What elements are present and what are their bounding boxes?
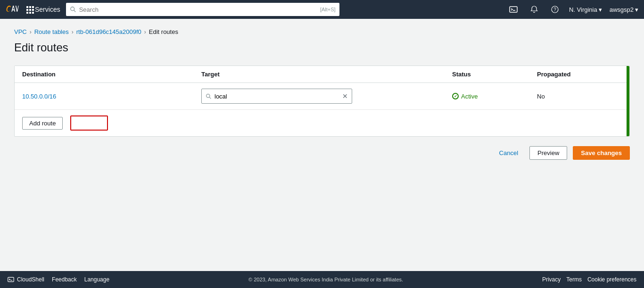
footer-left: CloudShell Feedback Language bbox=[8, 276, 109, 283]
breadcrumb-sep-1: › bbox=[30, 29, 32, 35]
cancel-button[interactable]: Cancel bbox=[494, 147, 524, 159]
footer-right: Privacy Terms Cookie preferences bbox=[542, 276, 636, 283]
col-status: Status bbox=[452, 71, 537, 78]
propagated-cell: No bbox=[537, 93, 622, 100]
cloudshell-label: CloudShell bbox=[17, 276, 44, 283]
account-chevron: ▾ bbox=[635, 6, 638, 13]
svg-rect-2 bbox=[510, 7, 517, 12]
terms-link[interactable]: Terms bbox=[566, 276, 582, 283]
svg-point-0 bbox=[70, 7, 74, 11]
footer: CloudShell Feedback Language © 2023, Ama… bbox=[0, 271, 644, 288]
nav-right: ? N. Virginia ▾ awsgsp2 ▾ bbox=[507, 3, 638, 16]
footer-cloudshell[interactable]: CloudShell bbox=[8, 276, 44, 283]
col-propagated: Propagated bbox=[537, 71, 622, 78]
feedback-button[interactable]: Feedback bbox=[52, 276, 77, 283]
account-menu[interactable]: awsgsp2 ▾ bbox=[610, 6, 638, 13]
services-label: Services bbox=[35, 6, 60, 13]
col-destination: Destination bbox=[22, 71, 201, 78]
content-area: VPC › Route tables › rtb-061d96c145a2009… bbox=[0, 19, 644, 271]
preview-button[interactable]: Preview bbox=[529, 146, 567, 160]
status-cell: Active bbox=[452, 93, 537, 100]
page-title: Edit routes bbox=[14, 41, 630, 54]
target-input-wrapper: ✕ bbox=[201, 89, 352, 104]
red-outline-placeholder bbox=[70, 115, 108, 131]
top-navigation: Services [Alt+S] bbox=[0, 0, 644, 19]
footer-copyright: © 2023, Amazon Web Services India Privat… bbox=[109, 277, 542, 282]
footer-cloudshell-icon bbox=[8, 276, 14, 283]
status-label: Active bbox=[461, 93, 478, 100]
privacy-link[interactable]: Privacy bbox=[542, 276, 561, 283]
search-icon bbox=[70, 6, 76, 13]
svg-point-6 bbox=[206, 94, 210, 97]
target-cell: ✕ bbox=[201, 89, 452, 104]
add-route-button[interactable]: Add route bbox=[22, 117, 63, 130]
search-bar: [Alt+S] bbox=[66, 3, 339, 16]
breadcrumb: VPC › Route tables › rtb-061d96c145a2009… bbox=[14, 28, 630, 35]
breadcrumb-rtb[interactable]: rtb-061d96c145a2009f0 bbox=[76, 28, 141, 35]
search-shortcut: [Alt+S] bbox=[320, 7, 336, 12]
status-active: Active bbox=[452, 93, 537, 100]
region-label: N. Virginia bbox=[569, 6, 597, 13]
cloudshell-nav-button[interactable] bbox=[507, 3, 520, 16]
add-route-row: Add route bbox=[15, 110, 629, 136]
breadcrumb-sep-2: › bbox=[72, 29, 74, 35]
aws-logo[interactable] bbox=[6, 4, 21, 15]
action-buttons: Cancel Preview Save changes bbox=[14, 146, 630, 169]
language-button[interactable]: Language bbox=[84, 276, 109, 283]
routes-table-card: Destination Target Status Propagated 10.… bbox=[14, 66, 630, 137]
breadcrumb-vpc[interactable]: VPC bbox=[14, 28, 27, 35]
breadcrumb-current: Edit routes bbox=[149, 28, 178, 35]
target-search-icon bbox=[206, 93, 212, 99]
account-label: awsgsp2 bbox=[610, 6, 634, 13]
save-changes-button[interactable]: Save changes bbox=[573, 146, 630, 160]
services-menu-button[interactable]: Services bbox=[26, 6, 60, 13]
help-button[interactable]: ? bbox=[548, 3, 561, 16]
svg-line-7 bbox=[209, 97, 211, 99]
status-active-icon bbox=[452, 93, 459, 99]
breadcrumb-route-tables[interactable]: Route tables bbox=[34, 28, 69, 35]
table-row: 10.50.0.0/16 ✕ Active No bbox=[15, 83, 629, 110]
col-target: Target bbox=[201, 71, 452, 78]
svg-text:?: ? bbox=[553, 7, 556, 12]
grid-icon bbox=[26, 6, 33, 13]
search-input[interactable] bbox=[79, 6, 317, 13]
target-clear-button[interactable]: ✕ bbox=[342, 92, 348, 100]
svg-line-1 bbox=[74, 10, 75, 12]
svg-rect-8 bbox=[8, 277, 14, 281]
region-chevron: ▾ bbox=[599, 6, 602, 13]
destination-cell: 10.50.0.0/16 bbox=[22, 93, 201, 100]
target-input[interactable] bbox=[215, 93, 339, 100]
cookie-link[interactable]: Cookie preferences bbox=[587, 276, 636, 283]
right-edge-indicator bbox=[627, 66, 629, 136]
table-header: Destination Target Status Propagated bbox=[15, 66, 629, 83]
region-selector[interactable]: N. Virginia ▾ bbox=[569, 6, 602, 13]
breadcrumb-sep-3: › bbox=[144, 29, 146, 35]
notifications-button[interactable] bbox=[528, 3, 541, 16]
